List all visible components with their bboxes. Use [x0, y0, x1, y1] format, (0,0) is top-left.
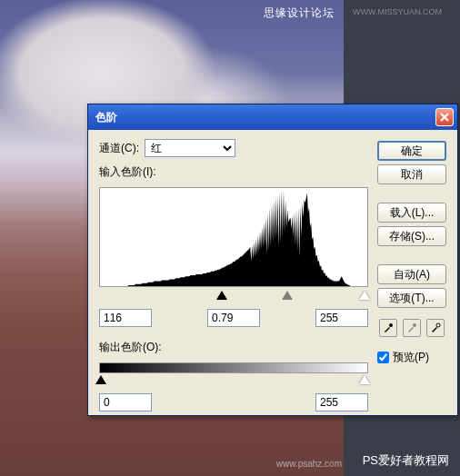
output-slider-track[interactable]	[99, 375, 368, 388]
svg-point-0	[389, 323, 393, 327]
input-gamma-field[interactable]	[207, 309, 260, 327]
watermark-bottom-cn: PS爱好者教程网	[363, 452, 449, 469]
dialog-title: 色阶	[95, 110, 435, 125]
histogram-box	[99, 187, 368, 287]
input-low-field[interactable]	[99, 309, 152, 327]
preview-checkbox-row[interactable]: 预览(P)	[377, 350, 446, 365]
white-point-slider[interactable]	[359, 291, 370, 300]
svg-point-1	[413, 323, 416, 327]
output-levels-label: 输出色阶(O):	[99, 340, 162, 355]
save-button[interactable]: 存储(S)...	[377, 226, 446, 246]
black-eyedropper-icon[interactable]	[379, 319, 397, 337]
watermark-top-url: WWW.MISSYUAN.COM	[353, 7, 442, 16]
output-black-slider[interactable]	[95, 375, 106, 384]
titlebar[interactable]: 色阶	[88, 104, 457, 130]
black-point-slider[interactable]	[216, 291, 227, 300]
output-gradient	[99, 362, 368, 373]
svg-point-2	[436, 323, 440, 327]
watermark-top-cn: 思缘设计论坛	[264, 5, 335, 21]
watermark-bottom-url: www.psahz.com	[276, 459, 342, 469]
cancel-button[interactable]: 取消	[377, 164, 446, 184]
output-white-slider[interactable]	[359, 375, 370, 384]
output-low-field[interactable]	[99, 393, 152, 412]
close-button[interactable]	[435, 108, 454, 126]
channel-label: 通道(C):	[99, 141, 139, 156]
input-high-field[interactable]	[315, 309, 368, 327]
levels-dialog: 色阶 通道(C): 红 输入色阶(I):	[87, 104, 458, 416]
output-high-field[interactable]	[315, 393, 368, 412]
ok-button[interactable]: 确定	[377, 141, 446, 161]
options-button[interactable]: 选项(T)...	[377, 288, 446, 308]
input-slider-track[interactable]	[99, 291, 368, 303]
input-levels-label: 输入色阶(I):	[99, 164, 156, 180]
channel-select[interactable]: 红	[145, 139, 235, 157]
preview-checkbox[interactable]	[377, 352, 389, 363]
preview-label: 预览(P)	[393, 350, 429, 365]
white-eyedropper-icon[interactable]	[426, 319, 445, 337]
load-button[interactable]: 载入(L)...	[377, 203, 446, 223]
histogram-chart	[100, 188, 351, 286]
auto-button[interactable]: 自动(A)	[377, 264, 446, 284]
gamma-slider[interactable]	[282, 291, 293, 300]
gray-eyedropper-icon[interactable]	[403, 319, 421, 337]
